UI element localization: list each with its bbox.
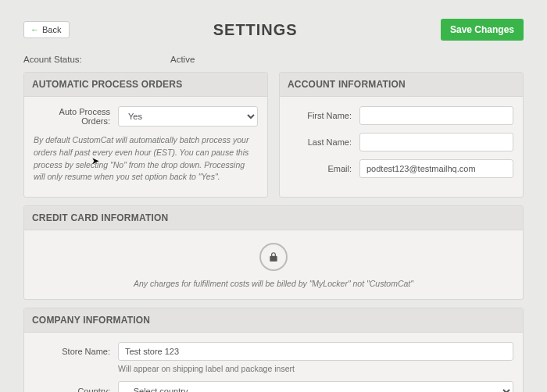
auto-process-label: Auto Process Orders: xyxy=(34,107,110,126)
email-input[interactable] xyxy=(359,159,513,178)
last-name-label: Last Name: xyxy=(289,137,352,147)
first-name-label: First Name: xyxy=(289,111,352,120)
store-name-label: Store Name: xyxy=(34,347,110,356)
country-label: Country: xyxy=(34,387,110,392)
page-title: SETTINGS xyxy=(70,21,440,39)
account-status-label: Acount Status: xyxy=(23,55,170,64)
back-arrow-icon: ← xyxy=(30,25,39,34)
company-info-panel: COMPANY INFORMATION Store Name: Will app… xyxy=(23,308,524,392)
auto-process-panel-title: AUTOMATIC PROCESS ORDERS xyxy=(24,73,267,97)
auto-process-panel: AUTOMATIC PROCESS ORDERS Auto Process Or… xyxy=(23,72,268,198)
auto-process-select[interactable]: Yes xyxy=(118,106,258,127)
credit-card-panel-title: CREDIT CARD INFORMATION xyxy=(24,206,523,230)
auto-process-help: By default CustomCat will automatically … xyxy=(34,134,258,184)
account-status-value: Active xyxy=(170,55,195,64)
email-label: Email: xyxy=(289,164,352,173)
last-name-input[interactable] xyxy=(359,133,513,151)
account-info-panel: ACCOUNT INFORMATION First Name: Last Nam… xyxy=(279,72,524,198)
company-info-panel-title: COMPANY INFORMATION xyxy=(24,308,523,333)
back-button[interactable]: ← Back xyxy=(23,21,70,38)
store-name-input[interactable] xyxy=(118,342,513,361)
back-label: Back xyxy=(42,25,61,34)
store-name-help: Will appear on shipping label and packag… xyxy=(118,364,513,373)
save-changes-button[interactable]: Save Changes xyxy=(441,19,524,41)
credit-card-panel: CREDIT CARD INFORMATION Any charges for … xyxy=(23,205,524,300)
account-status-row: Acount Status: Active xyxy=(23,55,524,64)
first-name-input[interactable] xyxy=(359,106,513,125)
country-select[interactable]: - Select country - xyxy=(118,381,513,392)
account-info-panel-title: ACCOUNT INFORMATION xyxy=(280,73,523,97)
header-bar: ← Back SETTINGS Save Changes xyxy=(23,19,524,41)
credit-card-note: Any charges for fulfillment costs will b… xyxy=(34,279,513,288)
lock-icon xyxy=(259,243,288,271)
